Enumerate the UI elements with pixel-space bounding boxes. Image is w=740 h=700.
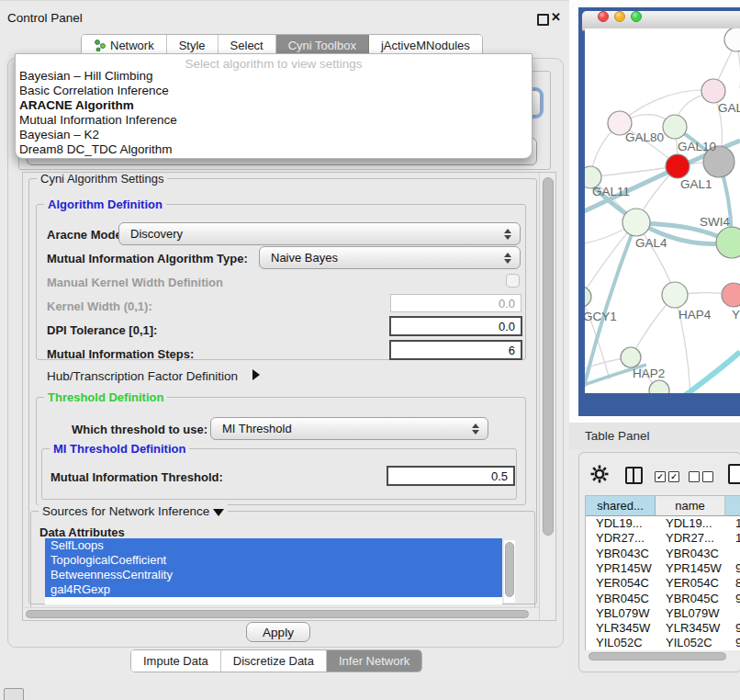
apply-button[interactable]: Apply	[246, 622, 310, 642]
table-cell: 13	[725, 516, 740, 531]
dropdown-item[interactable]: Bayesian – Hill Climbing	[19, 69, 153, 84]
network-node-hap4[interactable]	[662, 282, 688, 308]
network-node-gal1[interactable]	[666, 154, 690, 178]
which-threshold-combo[interactable]: MI Threshold	[210, 417, 488, 440]
dropdown-item[interactable]: Basic Correlation Inference	[19, 84, 169, 98]
collapse-down-icon[interactable]	[213, 509, 224, 516]
table-panel: ✓ ✓ shared...nameYDL19...YDL19...13YDR27…	[578, 452, 740, 672]
table-cell: YDR27...	[586, 531, 656, 546]
float-window-icon[interactable]	[537, 14, 549, 26]
document-icon[interactable]	[728, 464, 740, 484]
table-cell: YBR043C	[656, 547, 725, 561]
dpi-tolerance-field[interactable]	[389, 316, 522, 336]
table-row[interactable]: YPR145WYPR145W9.	[586, 561, 740, 576]
network-canvas[interactable]: GALGAL80GAL10GAL1GAL11SWI4GAL4HAP4YGCY1H…	[585, 28, 740, 393]
table-cell: 8.	[725, 576, 740, 591]
algorithm-definition-title: Algorithm Definition	[44, 198, 166, 211]
aracne-mode-combo[interactable]: Discovery	[118, 222, 521, 245]
table-cell: YPR145W	[656, 561, 725, 576]
settings-group-title: Cyni Algorithm Settings	[37, 172, 167, 186]
close-icon[interactable]: ✕	[551, 10, 561, 24]
checked-checkbox-icon[interactable]: ✓	[668, 471, 679, 482]
network-edge[interactable]	[683, 352, 740, 393]
node-table[interactable]: shared...nameYDL19...YDL19...13YDR27...Y…	[585, 495, 740, 650]
minimize-traffic-light[interactable]	[614, 11, 625, 22]
mi-steps-field[interactable]	[389, 340, 522, 360]
minimized-panel-icon[interactable]	[4, 688, 24, 700]
screen: Control Panel ✕ NetworkStyleSelectCyni T…	[0, 0, 740, 700]
table-cell: YPR145W	[586, 561, 656, 576]
attribute-list-scrollbar[interactable]	[504, 540, 515, 603]
table-row[interactable]: YBL079WYBL079W	[586, 606, 740, 621]
node-label: HAP2	[633, 367, 665, 380]
dropdown-item[interactable]: ARACNE Algorithm	[19, 98, 134, 113]
dropdown-item[interactable]: Dream8 DC_TDC Algorithm	[19, 142, 173, 157]
node-label: GAL	[718, 101, 740, 115]
table-cell: YLR345W	[586, 621, 656, 636]
tab-impute-data[interactable]: Impute Data	[131, 650, 221, 672]
dropdown-item[interactable]: Bayesian – K2	[19, 128, 99, 142]
table-cell: 9.	[725, 621, 740, 636]
apply-button-label: Apply	[263, 626, 294, 639]
sources-title: Sources for Network Inference	[39, 504, 228, 518]
settings-horizontal-scrollbar[interactable]	[23, 607, 539, 621]
attribute-list-item[interactable]: SelfLoops	[45, 538, 502, 553]
table-horizontal-scrollbar[interactable]	[587, 651, 737, 662]
mi-type-combo[interactable]: Naive Bayes	[259, 246, 521, 269]
network-node-gal4[interactable]	[622, 209, 650, 236]
table-row[interactable]: YDR27...YDR27...12	[586, 531, 740, 546]
table-row[interactable]: YER054CYER054C8.	[586, 576, 740, 591]
tab-label: Discretize Data	[233, 654, 314, 668]
table-row[interactable]: YDL19...YDL19...13	[586, 516, 740, 531]
attribute-list-item[interactable]: BetweennessCentrality	[45, 568, 502, 582]
zoom-traffic-light[interactable]	[631, 11, 642, 22]
settings-vertical-scrollbar[interactable]	[539, 173, 556, 620]
network-node-gcy1[interactable]	[585, 287, 591, 307]
table-panel-title: Table Panel	[585, 429, 650, 443]
checked-checkbox-icon[interactable]: ✓	[655, 471, 666, 482]
mi-threshold-field[interactable]	[387, 466, 515, 486]
node-label: GAL11	[592, 185, 630, 198]
table-row[interactable]: YBR043CYBR043C	[586, 547, 740, 561]
data-attributes-list[interactable]: SelfLoopsTopologicalCoefficientBetweenne…	[45, 538, 502, 604]
table-row[interactable]: YIL052CYIL052C9.	[586, 636, 740, 650]
network-node[interactable]	[724, 28, 740, 51]
column-header[interactable]: shared...	[586, 496, 656, 516]
settings-gear-icon[interactable]	[590, 465, 609, 483]
hub-definition-label: Hub/Transcription Factor Definition	[47, 369, 238, 383]
mi-type-label: Mutual Information Algorithm Type:	[47, 252, 248, 265]
table-cell	[725, 547, 740, 561]
table-cell: YLR345W	[656, 621, 725, 636]
network-node-y[interactable]	[722, 283, 740, 307]
tab-discretize-data[interactable]: Discretize Data	[221, 650, 327, 672]
column-header[interactable]	[725, 496, 740, 516]
table-cell: YDL19...	[656, 516, 725, 531]
dropdown-item[interactable]: Mutual Information Inference	[19, 113, 177, 128]
unchecked-checkbox-icon[interactable]	[702, 471, 713, 482]
table-row[interactable]: YLR345WYLR345W9.	[586, 621, 740, 636]
table-cell: YBR045C	[586, 592, 656, 606]
table-cell: 12	[725, 531, 740, 546]
manual-kernel-checkbox[interactable]	[506, 274, 520, 288]
tab-label: Network	[110, 39, 154, 52]
kernel-width-field[interactable]	[390, 294, 521, 312]
table-row[interactable]: YBR045CYBR045C9.	[586, 592, 740, 606]
tab-label: Infer Network	[339, 654, 409, 668]
node-label: GAL1	[680, 177, 712, 191]
network-node-swi4[interactable]	[716, 227, 740, 258]
close-traffic-light[interactable]	[598, 11, 609, 22]
table-cell: 9.	[725, 636, 740, 650]
combo-stepper-icon	[504, 229, 511, 240]
column-header[interactable]: name	[656, 496, 725, 516]
unchecked-checkbox-icon[interactable]	[689, 471, 700, 482]
expand-right-icon[interactable]	[252, 369, 260, 380]
network-node-hap2[interactable]	[621, 347, 641, 367]
network-node-gal[interactable]	[701, 79, 725, 103]
attribute-list-item[interactable]: gal4RGexp	[45, 582, 502, 597]
attribute-list-item[interactable]: TopologicalCoefficient	[45, 553, 502, 568]
table-cell: YBL079W	[656, 606, 725, 621]
tab-infer-network[interactable]: Infer Network	[327, 650, 421, 672]
table-cell: YDR27...	[656, 531, 725, 546]
column-split-icon[interactable]	[625, 467, 643, 484]
network-node-gal10[interactable]	[663, 115, 687, 139]
